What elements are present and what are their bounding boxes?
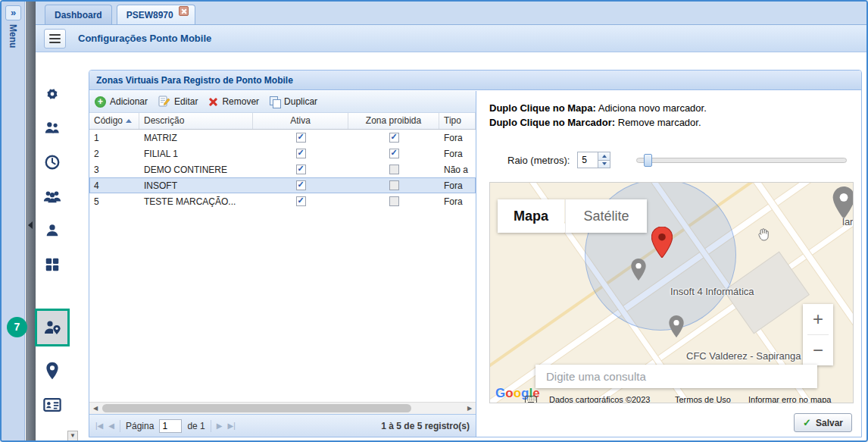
horizontal-scrollbar[interactable]: ◀ ▶	[89, 402, 476, 414]
slider-thumb[interactable]	[644, 154, 652, 167]
ativa-checkbox[interactable]	[296, 133, 306, 143]
duplicate-button[interactable]: Duplicar	[270, 96, 317, 107]
first-page-button[interactable]: |◀	[95, 422, 103, 430]
table-row[interactable]: 2 FILIAL 1 Fora	[89, 146, 476, 161]
grid-toolbar: + Adicionar Editar	[89, 91, 476, 113]
location-pin-icon[interactable]	[36, 359, 68, 382]
column-header-descricao[interactable]: Descrição	[139, 113, 253, 129]
radius-row: Raio (metros):	[507, 152, 847, 168]
zona-proibida-checkbox[interactable]	[389, 196, 399, 206]
hamburger-menu-button[interactable]	[44, 29, 66, 49]
map-canvas[interactable]: Insoft 4 Informática CFC Valderez - Sapi…	[489, 182, 854, 403]
column-header-zona-proibida[interactable]: Zona proibida	[348, 113, 439, 129]
tab-dashboard[interactable]: Dashboard	[45, 5, 112, 24]
terms-link[interactable]: Termos de Uso	[675, 395, 731, 403]
map-search-input[interactable]	[535, 370, 817, 383]
last-page-button[interactable]: ▶|	[227, 422, 235, 430]
save-button-label: Salvar	[816, 418, 843, 428]
cell-tipo: Fora	[439, 196, 476, 207]
table-row[interactable]: 3 DEMO CONTINERE Não a	[89, 161, 476, 177]
cell-descricao: TESTE MARCAÇÃO...	[139, 196, 253, 207]
zoom-in-button[interactable]: +	[803, 304, 833, 334]
scrollbar-left-icon[interactable]: ◀	[89, 403, 101, 414]
table-row[interactable]: 1 MATRIZ Fora	[89, 130, 476, 146]
page-title: Configurações Ponto Mobile	[78, 33, 211, 44]
column-header-ativa[interactable]: Ativa	[253, 113, 348, 129]
edit-button[interactable]: Editar	[158, 95, 198, 109]
map-search-box	[535, 365, 817, 388]
table-row[interactable]: 5 TESTE MARCAÇÃO... Fora	[89, 193, 476, 209]
collapse-arrow-icon[interactable]	[28, 221, 33, 229]
splitter-bar[interactable]	[26, 2, 36, 440]
map-view-button[interactable]: Mapa	[498, 199, 564, 233]
poi-marker-icon[interactable]	[669, 315, 684, 340]
place-label: Insoft 4 Informática	[670, 286, 754, 297]
ativa-checkbox[interactable]	[296, 165, 306, 174]
modules-grid-icon[interactable]	[36, 253, 68, 276]
edit-button-label: Editar	[174, 96, 198, 107]
zones-panel-body: + Adicionar Editar	[89, 91, 861, 437]
tab-bar: Dashboard PSEW8970	[36, 2, 866, 25]
ativa-checkbox[interactable]	[296, 180, 306, 190]
remove-button[interactable]: Remover	[208, 96, 259, 107]
zona-proibida-checkbox[interactable]	[389, 165, 399, 174]
clock-icon[interactable]	[36, 151, 68, 174]
column-header-codigo[interactable]: Código	[89, 113, 139, 129]
badge-card-icon[interactable]	[36, 393, 68, 416]
column-ativa-label: Ativa	[290, 115, 311, 129]
radius-label: Raio (metros):	[507, 155, 570, 166]
mobile-zones-marker-icon[interactable]	[36, 316, 68, 339]
zoom-control: + −	[803, 304, 833, 365]
zona-proibida-checkbox[interactable]	[389, 180, 399, 190]
tab-psew8970-label: PSEW8970	[126, 10, 173, 20]
tab-psew8970[interactable]: PSEW8970	[117, 5, 195, 24]
paging-toolbar: |◀ ◀ Página de 1 ▶ ▶| 1 à 5 de 5 registr…	[89, 414, 476, 437]
scrollbar-thumb[interactable]	[102, 404, 411, 412]
hand-cursor-icon	[757, 227, 770, 244]
place-label: lar ca	[842, 216, 854, 227]
radius-input[interactable]	[578, 152, 598, 168]
ativa-checkbox[interactable]	[296, 196, 306, 206]
users-group-icon[interactable]	[36, 185, 68, 208]
page-input[interactable]	[159, 419, 182, 433]
team-icon[interactable]	[36, 117, 68, 139]
save-button[interactable]: ✓ Salvar	[794, 413, 852, 432]
zona-proibida-checkbox[interactable]	[389, 149, 399, 158]
table-row[interactable]: 4 INSOFT Fora	[89, 177, 476, 193]
scrollbar-right-icon[interactable]: ▶	[464, 403, 476, 414]
add-button[interactable]: + Adicionar	[95, 96, 148, 108]
tab-close-icon[interactable]	[179, 6, 189, 16]
settings-gear-icon[interactable]	[36, 83, 68, 105]
column-zona-proibida-label: Zona proibida	[366, 115, 421, 129]
spinner-up-button[interactable]	[598, 152, 610, 161]
expand-menu-button[interactable]: »	[5, 5, 21, 20]
hint1-text: Adiciona novo marcador.	[596, 102, 707, 114]
poi-marker-icon[interactable]	[631, 259, 646, 284]
cell-tipo: Fora	[439, 133, 476, 143]
report-error-link[interactable]: Informar erro no mapa	[748, 395, 831, 403]
zone-marker-icon[interactable]	[651, 227, 673, 261]
map-section: Duplo Clique no Mapa: Adiciona novo marc…	[477, 91, 861, 437]
scroll-down-button[interactable]: ▼	[67, 431, 78, 441]
tab-dashboard-label: Dashboard	[55, 10, 102, 20]
zona-proibida-checkbox[interactable]	[389, 133, 399, 143]
map-attribution: Dados cartográficos ©2023	[549, 395, 650, 403]
prev-page-button[interactable]: ◀	[108, 422, 114, 430]
check-icon: ✓	[803, 417, 811, 428]
user-icon[interactable]	[36, 219, 68, 242]
radius-spinner	[577, 152, 610, 168]
zoom-out-button[interactable]: −	[803, 335, 833, 365]
page-label: Página	[126, 421, 154, 431]
satellite-view-button[interactable]: Satélite	[565, 199, 647, 233]
next-page-button[interactable]: ▶	[217, 422, 223, 430]
column-header-tipo[interactable]: Tipo	[439, 113, 476, 129]
cell-descricao: MATRIZ	[139, 133, 253, 143]
keyboard-icon[interactable]	[525, 394, 537, 403]
radius-slider[interactable]	[636, 158, 847, 163]
cell-codigo: 3	[89, 165, 139, 175]
ativa-checkbox[interactable]	[296, 149, 306, 158]
cell-descricao: DEMO CONTINERE	[139, 165, 253, 175]
menu-vertical-label[interactable]: Menu	[8, 24, 18, 48]
spinner-down-button[interactable]	[598, 161, 610, 168]
add-button-label: Adicionar	[110, 96, 148, 107]
